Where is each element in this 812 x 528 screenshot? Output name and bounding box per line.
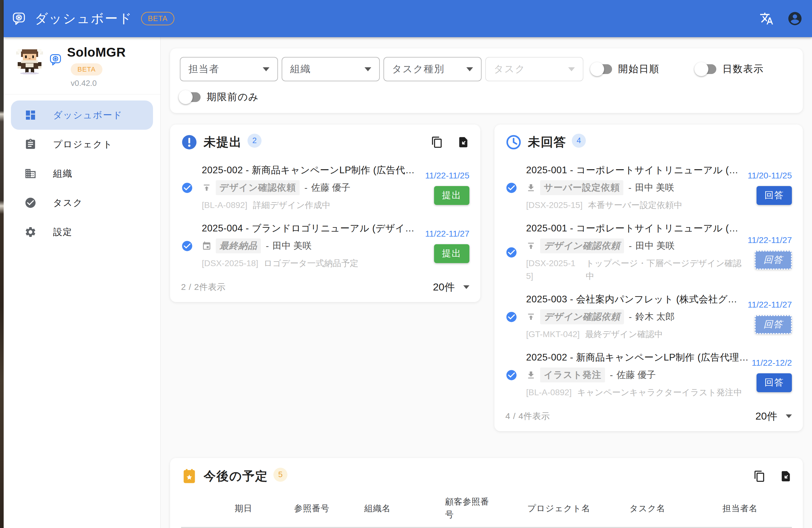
task-status-line: [DSX-2025-15]トップページ・下層ページデザイン確認中 (526, 257, 743, 283)
filter-select-タスク種別[interactable]: タスク種別 (383, 57, 482, 81)
toggle-switch[interactable] (181, 92, 201, 102)
task-type-chip: サーバー設定依頼 (540, 180, 623, 195)
task-item-actions: 11/22-11/25提出 (425, 171, 469, 205)
task-item-actions: 11/22-11/27提出 (425, 229, 469, 263)
download-icon (526, 183, 536, 193)
sidebar-item-タスク[interactable]: タスク (11, 188, 153, 217)
page-size-select[interactable]: 20件 (433, 280, 469, 294)
unsubmitted-card: 未提出 2 2025-002 - 新商品キャンペーンLP制作 (広告代…デザイン… (170, 124, 480, 302)
task-type-line: デザイン確認依頼-鈴木 太郎 (526, 310, 743, 324)
task-type-line: デザイン確認依頼-田中 美咲 (526, 238, 743, 253)
toggle-期限前のみ[interactable]: 期限前のみ (180, 90, 259, 104)
sidebar-item-組織[interactable]: 組織 (11, 159, 153, 188)
task-item: 2025-003 - 会社案内パンフレット (株式会社グ…デザイン確認依頼-鈴木… (505, 293, 792, 341)
chevron-down-icon (786, 414, 792, 418)
card-title: 今後の予定 (204, 468, 268, 484)
status-text: 本番サーバー設定依頼中 (588, 199, 682, 212)
task-type-chip: 最終納品 (216, 238, 261, 253)
translate-icon[interactable] (759, 12, 773, 26)
answer-button[interactable]: 回答 (756, 373, 792, 392)
task-type-line: イラスト発注-佐藤 優子 (526, 367, 748, 382)
column-header-icon (181, 489, 235, 527)
status-text: 最終デザイン確認中 (585, 328, 663, 341)
toggle-switch[interactable] (593, 64, 612, 74)
answer-button[interactable]: 回答 (755, 315, 792, 334)
app-name: SoloMGR (67, 45, 126, 60)
column-header-text: プロジェクト名 (527, 502, 591, 515)
task-item-body: 2025-004 - ブランドロゴリニューアル (デザイ…最終納品-田中 美咲[… (202, 222, 421, 270)
filter-select-組織[interactable]: 組織 (281, 57, 380, 81)
select-label: タスク種別 (392, 62, 466, 76)
task-status-line: [DSX-2025-15]本番サーバー設定依頼中 (526, 199, 743, 212)
answer-button[interactable]: 回答 (756, 186, 792, 205)
export-file-icon[interactable] (457, 136, 469, 148)
task-item-body: 2025-002 - 新商品キャンペーンLP制作 (広告代…デザイン確認依頼-佐… (202, 164, 421, 212)
task-type-chip: デザイン確認依頼 (216, 180, 300, 195)
submit-button[interactable]: 提出 (434, 186, 469, 205)
chevron-down-icon (568, 67, 575, 71)
toggle-日数表示[interactable]: 日数表示 (696, 62, 764, 76)
column-header-text: タスク名 (629, 502, 665, 515)
reference-number: [DSX-2025-15] (526, 257, 580, 283)
select-label: タスク (494, 62, 568, 76)
sidebar-nav: ダッシュボードプロジェクト組織タスク設定 (4, 94, 160, 253)
account-circle-icon[interactable] (787, 11, 803, 27)
status-text: ロゴデータ一式納品予定 (264, 257, 359, 270)
separator: - (266, 241, 269, 251)
column-header: プロジェクト名 (527, 489, 629, 527)
copy-icon[interactable] (753, 470, 766, 482)
sidebar-item-設定[interactable]: 設定 (11, 217, 153, 247)
status-text: キャンペーンキャラクターイラスト発注中 (577, 386, 742, 399)
check-circle-icon (505, 246, 518, 258)
calendar-star-icon (181, 468, 198, 484)
count-badge: 5 (273, 468, 287, 482)
settings-gear-icon (24, 226, 37, 238)
task-item-actions: 11/22-12/2回答 (752, 358, 792, 392)
sidebar-profile: SoloMGR BETA v0.42.0 (4, 37, 160, 94)
assignee-name: 田中 美咲 (273, 240, 311, 252)
export-file-icon[interactable] (780, 470, 792, 482)
answer-button[interactable]: 回答 (755, 251, 792, 270)
schedule-card: 今後の予定 5 期日参照番号組織名顧客参照番号プロジェクト名タスク名担当者名 2… (170, 458, 803, 528)
card-title: 未回答 (528, 134, 566, 150)
task-item-actions: 11/22-11/27回答 (748, 300, 792, 334)
task-item-title: 2025-003 - 会社案内パンフレット (株式会社グ… (526, 293, 743, 306)
sidebar-item-ダッシュボード[interactable]: ダッシュボード (11, 101, 153, 130)
submit-button[interactable]: 提出 (434, 244, 469, 263)
task-item-title: 2025-001 - コーポレートサイトリニューアル (… (526, 164, 743, 177)
toggle-label: 日数表示 (722, 62, 764, 76)
column-header: 参照番号 (294, 489, 364, 527)
task-type-chip: デザイン確認依頼 (540, 238, 624, 253)
page-size-select[interactable]: 20件 (755, 409, 792, 423)
copy-icon[interactable] (431, 136, 443, 148)
column-header: 組織名 (364, 489, 445, 527)
sidebar-item-プロジェクト[interactable]: プロジェクト (11, 130, 153, 159)
chevron-down-icon (263, 67, 270, 71)
select-label: 担当者 (188, 62, 263, 76)
count-badge: 4 (572, 134, 586, 148)
chevron-down-icon (466, 67, 473, 71)
task-item: 2025-002 - 新商品キャンペーンLP制作 (広告代理…イラスト発注-佐藤… (505, 351, 792, 399)
filter-select-担当者[interactable]: 担当者 (180, 57, 278, 81)
task-status-line: [BL-A-0892]キャンペーンキャラクターイラスト発注中 (526, 386, 748, 399)
sidebar-item-label: タスク (53, 197, 83, 209)
column-header-text: 担当者名 (722, 502, 758, 515)
filter-select-タスク[interactable]: タスク (485, 57, 583, 81)
upload-icon (526, 241, 536, 251)
assignee-name: 佐藤 優子 (617, 369, 656, 381)
toggle-開始日順[interactable]: 開始日順 (591, 62, 659, 76)
task-item-actions: 11/22-11/27回答 (748, 236, 792, 270)
upload-icon (526, 312, 536, 322)
task-item-body: 2025-001 - コーポレートサイトリニューアル (…デザイン確認依頼-田中… (526, 222, 743, 283)
date-range: 11/20-11/25 (748, 171, 792, 181)
task-item: 2025-001 - コーポレートサイトリニューアル (…デザイン確認依頼-田中… (505, 222, 792, 283)
chevron-down-icon (364, 67, 371, 71)
task-item: 2025-001 - コーポレートサイトリニューアル (…サーバー設定依頼-田中… (505, 164, 792, 212)
toggle-switch[interactable] (697, 64, 716, 74)
dashboard-screen: ダッシュボード BETA (0, 0, 812, 528)
task-check-icon (24, 197, 37, 209)
date-range: 11/22-11/27 (425, 229, 469, 239)
sidebar-item-label: 組織 (53, 167, 73, 180)
reference-number: [BL-A-0892] (526, 386, 571, 399)
task-item-title: 2025-002 - 新商品キャンペーンLP制作 (広告代理… (526, 351, 748, 364)
